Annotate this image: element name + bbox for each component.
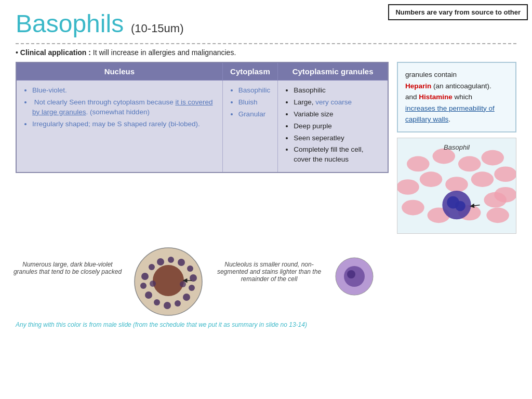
cytoplasm-cell: Basophilic Bluish Granular <box>222 81 278 173</box>
basophil-label: Basophil <box>444 143 470 151</box>
cell-table: Nucleus Cytoplasm Cytoplasmic granules B… <box>16 62 389 173</box>
svg-point-5 <box>494 166 516 182</box>
svg-point-33 <box>154 299 160 305</box>
bottom-section: Numerous large, dark blue-violet granule… <box>0 245 532 318</box>
which-text: which <box>455 93 473 101</box>
svg-point-41 <box>347 270 355 278</box>
svg-point-24 <box>157 258 164 265</box>
svg-point-9 <box>471 171 494 187</box>
bottom-cell2-image <box>334 256 375 297</box>
col-nucleus: Nucleus <box>16 62 222 81</box>
svg-point-8 <box>445 177 468 192</box>
svg-point-1 <box>407 156 430 172</box>
clinical-text: It will increase in allergies and malign… <box>93 48 236 57</box>
clinical-application: • Clinical application : It will increas… <box>16 48 516 57</box>
granules-cell: Basophilic Large, very coarse Variable s… <box>278 81 388 173</box>
svg-point-36 <box>150 281 156 287</box>
histamine-text: Histamine <box>419 93 453 101</box>
page-subtitle: (10-15um) <box>131 22 183 35</box>
svg-point-32 <box>164 302 171 309</box>
svg-point-11 <box>402 200 424 216</box>
bottom-text-right: Nucleolus is smaller round, non-segmente… <box>212 245 326 283</box>
cytoplasm-item-2: Bluish <box>238 98 271 108</box>
granule-item-3: Variable size <box>294 110 380 119</box>
nucleus-item-2: Not clearly Seen through cytoplasm becau… <box>32 98 215 117</box>
granule-item-5: Seen seperatley <box>294 134 380 143</box>
svg-point-34 <box>145 291 152 299</box>
basophil-image: Basophil <box>397 138 516 234</box>
svg-point-21 <box>153 265 184 296</box>
top-notice: Numbers are vary from source to other <box>388 4 528 20</box>
info-prefix: granules contain <box>405 71 457 78</box>
granule-item-6: Completely fill the cell, cover the nucl… <box>294 145 380 165</box>
svg-point-18 <box>455 201 466 211</box>
cytoplasm-item-3: Granular <box>238 110 271 119</box>
info-card: granules contain Heparin (an anticoagula… <box>397 62 516 132</box>
page-title: Basophils <box>16 10 124 37</box>
col-cytoplasm: Cytoplasm <box>222 62 278 81</box>
nucleus-item-1: Blue-violet. <box>32 86 215 96</box>
svg-point-31 <box>175 300 181 307</box>
nucleus-item-3: Irregularly shaped; may be S shaped rare… <box>32 119 215 129</box>
period: . <box>448 115 450 123</box>
svg-point-6 <box>397 179 419 195</box>
svg-point-4 <box>481 150 504 166</box>
svg-point-3 <box>458 156 481 172</box>
svg-point-26 <box>178 259 185 266</box>
clinical-label: Clinical application : <box>20 48 91 57</box>
svg-point-15 <box>484 192 507 208</box>
main-content: Basophils (10-15um) • Clinical applicati… <box>0 0 532 239</box>
nucleus-cell: Blue-violet. Not clearly Seen through cy… <box>16 81 222 173</box>
col-granules: Cytoplasmic granules <box>278 62 388 81</box>
svg-point-29 <box>189 285 195 291</box>
bottom-cell-image <box>132 245 205 318</box>
svg-point-30 <box>183 294 190 301</box>
bottom-text-left: Numerous large, dark blue-violet granule… <box>10 245 125 275</box>
svg-point-7 <box>420 171 443 187</box>
svg-point-14 <box>486 208 509 223</box>
granule-item-1: Basophilic <box>294 86 380 96</box>
side-box: granules contain Heparin (an anticoagula… <box>397 62 516 234</box>
svg-point-37 <box>180 281 186 287</box>
footer-note: Any thing with this color is from male s… <box>0 318 532 331</box>
granule-item-2: Large, very coarse <box>294 98 380 108</box>
content-row: Nucleus Cytoplasm Cytoplasmic granules B… <box>16 62 516 234</box>
svg-point-22 <box>141 273 149 280</box>
separator <box>16 43 516 44</box>
granule-item-4: Deep purple <box>294 122 380 131</box>
svg-point-23 <box>149 264 155 270</box>
anticoagulant-text: (an anticoagulant). <box>433 82 491 90</box>
heparin-text: Heparin <box>405 82 431 90</box>
svg-point-27 <box>187 265 193 272</box>
cytoplasm-item-1: Basophilic <box>238 86 271 96</box>
svg-point-35 <box>140 283 147 289</box>
svg-point-25 <box>168 257 174 263</box>
notice-text: Numbers are vary from source to other <box>395 8 521 16</box>
and-text: and <box>405 93 419 101</box>
table-area: Nucleus Cytoplasm Cytoplasmic granules B… <box>16 62 389 173</box>
